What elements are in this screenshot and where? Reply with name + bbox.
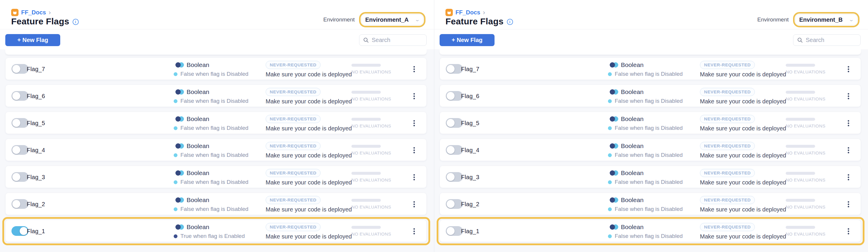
serving-value-dot-icon [174, 207, 178, 211]
row-menu-kebab-icon[interactable] [843, 171, 854, 184]
flag-row[interactable]: Flag_6 Boolean False when flag is Disabl… [440, 85, 861, 107]
toggle-knob [12, 119, 20, 127]
status-badge: NEVER-REQUESTED [266, 142, 320, 150]
boolean-type-icon [610, 62, 618, 68]
row-menu-kebab-icon[interactable] [843, 225, 854, 238]
flag-row[interactable]: Flag_3 Boolean False when flag is Disabl… [5, 166, 427, 188]
flag-row[interactable]: Flag_5 Boolean False when flag is Disabl… [440, 112, 861, 134]
evaluations-block: NO EVALUATIONS [786, 91, 826, 101]
flag-row[interactable]: Flag_1 Boolean True when flag is Enabled… [5, 220, 427, 242]
search-input[interactable] [372, 37, 423, 43]
serving-value-text: False when flag is Disabled [180, 125, 248, 131]
project-logo-icon [11, 9, 19, 16]
row-menu-kebab-icon[interactable] [409, 171, 419, 184]
serving-value-dot-icon [608, 153, 612, 157]
boolean-type-icon [610, 143, 618, 149]
evaluations-label: NO EVALUATIONS [786, 123, 826, 128]
toggle-knob [12, 146, 20, 154]
row-menu-kebab-icon[interactable] [843, 198, 854, 211]
status-badge: NEVER-REQUESTED [700, 115, 755, 123]
info-icon[interactable]: i [507, 19, 513, 25]
chevron-down-icon: ⌄ [848, 17, 854, 22]
serving-value-text: False when flag is Disabled [615, 206, 683, 212]
clipped-flag-row [5, 49, 427, 55]
row-menu-kebab-icon[interactable] [409, 198, 419, 211]
status-badge: NEVER-REQUESTED [266, 223, 320, 231]
row-menu-kebab-icon[interactable] [843, 144, 854, 157]
flag-type-label: Boolean [187, 88, 209, 95]
flag-toggle[interactable] [11, 91, 29, 101]
environment-select[interactable]: Environment_A ⌄ [361, 14, 424, 25]
flag-status-block: NEVER-REQUESTED Make sure your code is d… [266, 115, 352, 132]
info-icon[interactable]: i [72, 19, 79, 25]
serving-value-dot-icon [174, 234, 178, 238]
evaluations-block: NO EVALUATIONS [351, 91, 391, 101]
row-menu-kebab-icon[interactable] [409, 63, 419, 75]
flag-toggle[interactable] [11, 199, 29, 209]
flag-type-block: Boolean False when flag is Disabled [608, 88, 683, 104]
flag-type-label: Boolean [187, 169, 209, 177]
flag-name: Flag_4 [461, 139, 479, 161]
flag-toggle[interactable] [11, 118, 29, 128]
flag-row[interactable]: Flag_1 Boolean False when flag is Disabl… [440, 220, 861, 242]
status-badge: NEVER-REQUESTED [700, 196, 755, 204]
evaluations-label: NO EVALUATIONS [786, 231, 826, 237]
flag-row[interactable]: Flag_2 Boolean False when flag is Disabl… [5, 193, 427, 215]
flag-status-block: NEVER-REQUESTED Make sure your code is d… [266, 196, 352, 213]
toggle-knob [446, 119, 455, 127]
flag-list: Flag_7 Boolean False when flag is Disabl… [434, 49, 868, 252]
flag-toggle[interactable] [11, 64, 29, 74]
flag-toggle[interactable] [446, 145, 463, 155]
boolean-type-icon [176, 224, 184, 230]
evaluations-block: NO EVALUATIONS [351, 145, 391, 155]
environment-select[interactable]: Environment_B ⌄ [795, 14, 858, 25]
flag-toggle[interactable] [11, 226, 29, 236]
flag-row[interactable]: Flag_5 Boolean False when flag is Disabl… [5, 112, 427, 134]
flag-toggle[interactable] [446, 64, 463, 74]
toggle-knob [446, 65, 455, 73]
status-hint: Make sure your code is deployed [700, 206, 786, 213]
flag-row[interactable]: Flag_7 Boolean False when flag is Disabl… [5, 58, 427, 80]
breadcrumb-project-link[interactable]: FF_Docs [456, 9, 480, 16]
new-flag-button[interactable]: + New Flag [5, 34, 60, 46]
serving-value-text: False when flag is Disabled [180, 71, 248, 77]
feature-flags-panel: FF_Docs › Feature Flags i Environment En… [0, 0, 434, 252]
flag-toggle[interactable] [11, 145, 29, 155]
status-badge: NEVER-REQUESTED [266, 88, 320, 96]
row-menu-kebab-icon[interactable] [409, 90, 419, 102]
status-hint: Make sure your code is deployed [266, 206, 352, 213]
search-box [793, 34, 861, 46]
breadcrumb-project-link[interactable]: FF_Docs [21, 9, 46, 16]
status-hint: Make sure your code is deployed [700, 179, 786, 186]
status-badge: NEVER-REQUESTED [266, 61, 320, 69]
boolean-type-icon [176, 170, 184, 176]
row-menu-kebab-icon[interactable] [843, 63, 854, 75]
flag-row[interactable]: Flag_3 Boolean False when flag is Disabl… [440, 166, 861, 188]
flag-toggle[interactable] [446, 172, 463, 182]
row-menu-kebab-icon[interactable] [409, 117, 419, 129]
breadcrumb: FF_Docs › [445, 9, 485, 16]
flag-row[interactable]: Flag_4 Boolean False when flag is Disabl… [5, 138, 427, 161]
boolean-type-icon [610, 170, 618, 176]
evaluations-block: NO EVALUATIONS [351, 118, 391, 128]
row-menu-kebab-icon[interactable] [409, 144, 419, 157]
flag-toggle[interactable] [446, 118, 463, 128]
flag-toggle[interactable] [11, 172, 29, 182]
flag-row[interactable]: Flag_6 Boolean False when flag is Disabl… [5, 85, 427, 107]
flag-toggle[interactable] [446, 199, 463, 209]
flag-row[interactable]: Flag_2 Boolean False when flag is Disabl… [440, 193, 861, 215]
flag-row[interactable]: Flag_7 Boolean False when flag is Disabl… [440, 58, 861, 80]
serving-value-dot-icon [608, 72, 612, 76]
new-flag-button[interactable]: + New Flag [440, 34, 495, 46]
flag-toggle[interactable] [446, 226, 463, 236]
row-menu-kebab-icon[interactable] [843, 90, 854, 102]
flag-row[interactable]: Flag_4 Boolean False when flag is Disabl… [440, 138, 861, 161]
flag-type-block: Boolean False when flag is Disabled [608, 116, 683, 131]
search-input[interactable] [806, 37, 857, 43]
status-hint: Make sure your code is deployed [700, 98, 786, 105]
flag-toggle[interactable] [446, 91, 463, 101]
evaluations-label: NO EVALUATIONS [351, 96, 391, 101]
row-menu-kebab-icon[interactable] [843, 117, 854, 129]
row-menu-kebab-icon[interactable] [409, 225, 419, 238]
flag-type-block: Boolean False when flag is Disabled [174, 61, 248, 77]
